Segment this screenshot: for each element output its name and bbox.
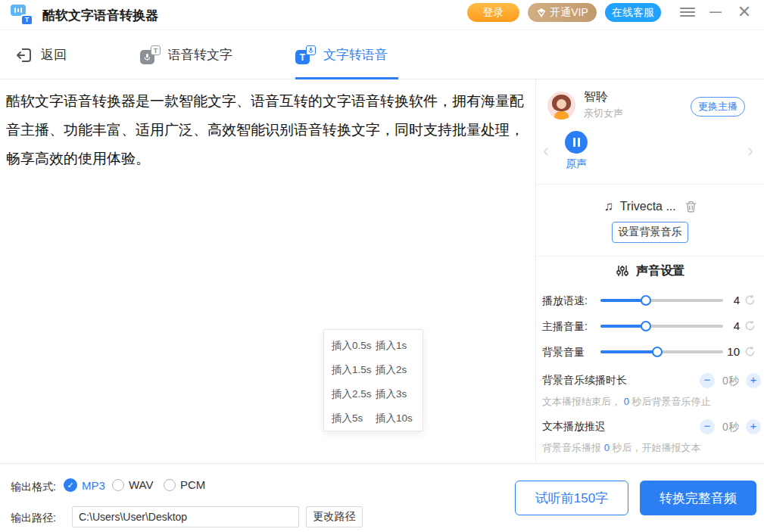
output-path-input[interactable] [72, 506, 299, 527]
radio-circle-icon [112, 479, 124, 491]
set-background-music-button[interactable]: 设置背景音乐 [612, 222, 688, 243]
editor-text[interactable]: 酷软文字语音转换器是一款智能文字、语音互转的文字语音转换软件，拥有海量配音主播、… [6, 87, 530, 173]
speed-value: 4 [719, 294, 740, 306]
music-continue-plus-button[interactable]: + [746, 373, 761, 388]
hamburger-icon [680, 5, 695, 19]
reset-anchor-volume-icon[interactable] [744, 320, 756, 334]
menu-button[interactable] [676, 0, 699, 24]
anchor-volume-slider-row: 主播音量: 4 [537, 319, 764, 334]
speed-slider-row: 播放语速: 4 [537, 293, 764, 308]
output-path-label: 输出路径: [11, 512, 56, 525]
carousel-prev-icon[interactable]: ‹ [543, 140, 549, 161]
open-vip-button[interactable]: 开通VIP [528, 3, 597, 22]
speed-slider[interactable] [600, 299, 723, 302]
background-music-row: ♫ Trivecta ... [537, 199, 764, 216]
insert-1.5s[interactable]: 插入1.5s [332, 363, 376, 377]
back-arrow-icon [15, 46, 33, 64]
radio-circle-icon [164, 479, 176, 491]
tab-tts-label: 文字转语音 [323, 46, 388, 64]
tab-speech-to-text[interactable]: T 语音转文字 [140, 31, 232, 79]
original-voice-label[interactable]: 原声 [566, 157, 587, 171]
title-bar: T 酷软文字语音转换器 登录 开通VIP 在线客服 ─ ✕ [0, 0, 764, 30]
divider [537, 184, 764, 185]
text-delay-label: 文本播放推迟 [542, 420, 606, 434]
speech-to-text-icon: T [140, 45, 161, 64]
text-delay-plus-button[interactable]: + [746, 419, 761, 434]
bg-volume-slider-row: 背景音量 10 [537, 344, 764, 359]
sound-settings-title: 声音设置 [537, 263, 764, 279]
speed-slider-thumb[interactable] [641, 295, 651, 306]
delete-music-icon[interactable] [685, 201, 697, 216]
music-continue-value: 0秒 [717, 375, 744, 388]
insert-pause-panel: 插入0.5s 插入1s 插入1.5s 插入2s 插入2.5s 插入3s 插入5s… [323, 329, 423, 431]
right-sidebar: 智聆 亲切女声 更换主播 ‹ 原声 › ♫ Trivecta ... 设置背景音… [537, 79, 764, 463]
anchor-volume-value: 4 [719, 319, 740, 332]
divider [537, 256, 764, 257]
app-title: 酷软文字语音转换器 [42, 7, 158, 24]
anchor-description: 亲切女声 [584, 107, 623, 120]
anchor-volume-label: 主播音量: [542, 320, 588, 334]
output-bar: 输出格式: ✓ MP3 WAV PCM 输出路径: 更改路径 试听前150字 转… [0, 463, 764, 532]
bg-volume-label: 背景音量 [542, 346, 585, 359]
text-delay-minus-button[interactable]: − [700, 419, 715, 434]
reset-bg-volume-icon[interactable] [744, 346, 756, 360]
text-delay-hint: 背景音乐播报 0 秒后，开始播报文本 [542, 441, 762, 455]
music-continue-row: 背景音乐续播时长 − 0秒 + [537, 372, 764, 389]
app-logo-icon: T [11, 5, 33, 26]
change-anchor-button[interactable]: 更换主播 [691, 97, 745, 117]
anchor-avatar[interactable] [547, 92, 575, 120]
music-continue-label: 背景音乐续播时长 [542, 374, 627, 387]
login-button[interactable]: 登录 [467, 3, 519, 22]
close-icon: ✕ [737, 2, 751, 22]
tab-bar: 返回 T 语音转文字 T 文字转语音 [0, 31, 764, 79]
bg-volume-slider-thumb[interactable] [652, 347, 663, 357]
tab-stt-label: 语音转文字 [168, 46, 232, 64]
online-service-button[interactable]: 在线客服 [605, 3, 661, 22]
convert-full-audio-button[interactable]: 转换完整音频 [640, 481, 756, 515]
insert-10s[interactable]: 插入10s [376, 412, 419, 425]
anchor-name: 智聆 [584, 89, 608, 105]
pause-playback-button[interactable] [565, 131, 588, 154]
back-button[interactable]: 返回 [15, 31, 67, 79]
check-circle-icon: ✓ [64, 478, 77, 492]
text-delay-value: 0秒 [717, 421, 744, 434]
insert-2s[interactable]: 插入2s [376, 363, 419, 377]
carousel-next-icon[interactable]: › [747, 140, 753, 161]
reset-speed-icon[interactable] [744, 294, 756, 309]
open-vip-label: 开通VIP [550, 6, 588, 20]
music-continue-minus-button[interactable]: − [700, 373, 715, 388]
sliders-icon [616, 265, 628, 277]
minimize-icon: ─ [709, 2, 722, 22]
format-wav-radio[interactable]: WAV [112, 478, 154, 491]
vip-diamond-icon [536, 8, 547, 18]
insert-1s[interactable]: 插入1s [376, 339, 419, 353]
close-button[interactable]: ✕ [733, 0, 756, 24]
app-logo-letter: T [20, 14, 33, 26]
speed-label: 播放语速: [542, 294, 588, 308]
format-pcm-radio[interactable]: PCM [164, 478, 205, 491]
preview-150-button[interactable]: 试听前150字 [515, 481, 628, 515]
anchor-volume-slider-thumb[interactable] [641, 321, 651, 331]
bg-volume-slider[interactable] [600, 350, 723, 353]
insert-0.5s[interactable]: 插入0.5s [332, 339, 376, 353]
insert-2.5s[interactable]: 插入2.5s [332, 387, 376, 401]
bg-volume-value: 10 [719, 345, 740, 358]
text-to-speech-icon: T [295, 45, 316, 64]
tab-text-to-speech[interactable]: T 文字转语音 [295, 31, 388, 79]
change-path-button[interactable]: 更改路径 [306, 506, 363, 527]
insert-5s[interactable]: 插入5s [332, 412, 376, 425]
minimize-button[interactable]: ─ [704, 0, 727, 24]
format-mp3-radio[interactable]: ✓ MP3 [64, 478, 105, 492]
anchor-volume-slider[interactable] [600, 325, 723, 328]
music-note-icon: ♫ [604, 199, 614, 213]
back-label: 返回 [41, 46, 67, 64]
text-editor-area: 酷软文字语音转换器是一款智能文字、语音互转的文字语音转换软件，拥有海量配音主播、… [0, 79, 536, 463]
output-format-label: 输出格式: [11, 481, 56, 494]
insert-3s[interactable]: 插入3s [376, 387, 419, 401]
music-track-name: Trivecta ... [620, 200, 676, 213]
text-delay-row: 文本播放推迟 − 0秒 + [537, 418, 764, 435]
app-window: T 酷软文字语音转换器 登录 开通VIP 在线客服 ─ ✕ 返回 T 语音转文字 [0, 0, 764, 532]
music-continue-hint: 文本播报结束后， 0 秒后背景音乐停止 [542, 395, 762, 409]
